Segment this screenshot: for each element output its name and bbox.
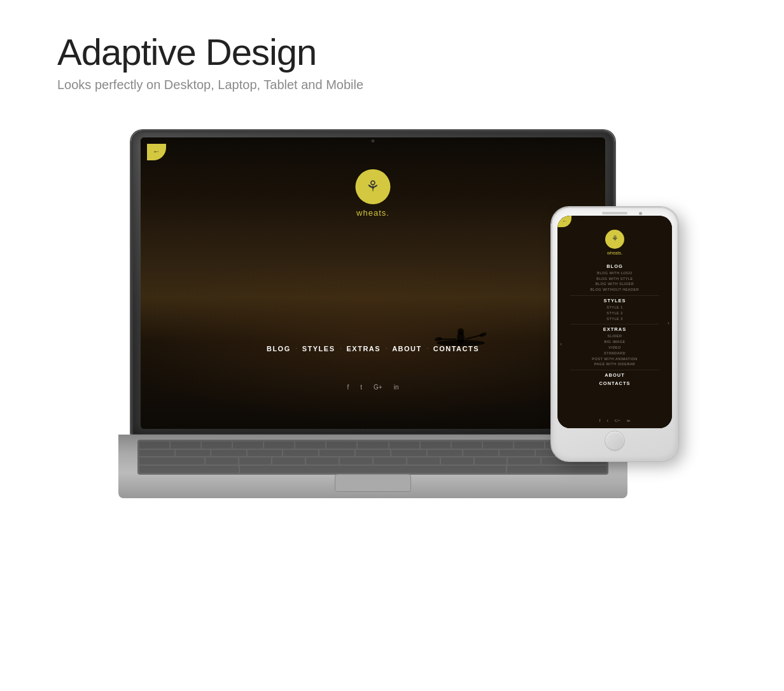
phone-linkedin-icon[interactable]: in <box>627 418 630 423</box>
laptop-back-arrow-icon: ← <box>153 147 160 157</box>
key <box>239 457 272 464</box>
nav-dot-2: · <box>340 346 342 351</box>
laptop-trackpad[interactable] <box>335 474 411 492</box>
phone-menu-styles: STYLES STYLE 1 STYLE 2 STYLE 3 <box>564 298 666 321</box>
divider-2 <box>570 324 659 325</box>
laptop-logo-circle: ⚘ <box>356 169 391 204</box>
key <box>233 442 263 449</box>
key <box>463 450 498 457</box>
key <box>452 442 482 449</box>
svg-point-5 <box>434 337 442 342</box>
key <box>319 450 354 457</box>
phone-menu-contacts: CONTACTS <box>564 380 666 386</box>
keyboard-row-2 <box>139 450 606 457</box>
key <box>139 442 169 449</box>
phone-facebook-icon[interactable]: f <box>599 418 601 423</box>
page-subtitle: Looks perfectly on Desktop, Laptop, Tabl… <box>57 78 784 92</box>
key <box>295 442 325 449</box>
key <box>508 457 540 464</box>
key <box>441 457 473 464</box>
googleplus-icon[interactable]: G+ <box>374 384 382 391</box>
key <box>211 450 246 457</box>
twitter-icon[interactable]: t <box>360 384 362 391</box>
key <box>139 457 204 464</box>
key <box>500 450 535 457</box>
laptop-nav-contacts[interactable]: CONTACTS <box>433 345 479 352</box>
laptop-nav-styles[interactable]: STYLES <box>302 345 335 352</box>
kayaker-silhouette <box>432 325 489 347</box>
phone-speaker <box>602 212 627 214</box>
phone-contacts-heading[interactable]: CONTACTS <box>564 380 666 386</box>
keyboard-row-1 <box>139 442 606 449</box>
phone-screen-area: ← ⚘ wheats. › ‹ <box>557 216 672 428</box>
laptop-logo-text: wheats. <box>356 208 389 218</box>
phone-back-arrow-icon: ← <box>562 218 567 224</box>
key <box>356 450 391 457</box>
phone-extras-items: SLIDER BIG IMAGE VIDEO STANDARD POST WIT… <box>564 333 666 367</box>
phone-menu: BLOG BLOG WITH LOGO BLOG WITH STYLE BLOG… <box>557 263 672 389</box>
key <box>206 457 238 464</box>
phone-body: ← ⚘ wheats. › ‹ <box>551 207 678 461</box>
key <box>306 457 339 464</box>
key <box>340 457 372 464</box>
heading-section: Adaptive Design Looks perfectly on Deskt… <box>0 32 784 92</box>
facebook-icon[interactable]: f <box>347 384 349 391</box>
laptop-nav: BLOG · STYLES · EXTRAS · ABOUT · CONTACT… <box>267 345 479 352</box>
key <box>139 450 174 457</box>
phone-logo-text: wheats. <box>607 251 622 255</box>
key <box>407 457 440 464</box>
laptop-camera-dot <box>372 139 375 143</box>
keyboard-row-4 <box>139 466 606 473</box>
phone-googleplus-icon[interactable]: G+ <box>615 418 620 423</box>
phone-back-button[interactable]: ← <box>557 216 571 227</box>
key <box>326 442 356 449</box>
key <box>248 450 283 457</box>
key <box>272 457 305 464</box>
phone-menu-blog: BLOG BLOG WITH LOGO BLOG WITH STYLE BLOG… <box>564 263 666 293</box>
key <box>374 457 406 464</box>
phone-menu-extras: EXTRAS SLIDER BIG IMAGE VIDEO STANDARD P… <box>564 326 666 367</box>
key <box>514 442 544 449</box>
key <box>483 442 513 449</box>
phone-home-button[interactable] <box>605 431 625 451</box>
phone-menu-about: ABOUT <box>564 372 666 378</box>
phone-extras-heading[interactable]: EXTRAS <box>564 326 666 332</box>
laptop-body: ← ⚘ wheats. BLOG · <box>131 130 615 436</box>
spacebar-key <box>240 466 505 473</box>
laptop-keyboard <box>137 440 608 475</box>
nav-dot-3: · <box>386 346 387 351</box>
phone-blog-items: BLOG WITH LOGO BLOG WITH STYLE BLOG WITH… <box>564 270 666 293</box>
key <box>358 442 388 449</box>
divider-1 <box>570 295 659 296</box>
laptop-social-icons: f t G+ in <box>347 384 399 391</box>
laptop-nav-about[interactable]: ABOUT <box>392 345 422 352</box>
laptop-nav-extras[interactable]: EXTRAS <box>347 345 381 352</box>
phone-social-icons: f t G+ in <box>599 418 631 423</box>
page-title: Adaptive Design <box>57 32 784 73</box>
laptop-nav-blog[interactable]: BLOG <box>267 345 291 352</box>
phone-styles-heading[interactable]: STYLES <box>564 298 666 304</box>
laptop-wheat-icon: ⚘ <box>366 178 380 195</box>
laptop-screen-bezel: ← ⚘ wheats. BLOG · <box>141 137 605 429</box>
key <box>421 442 451 449</box>
phone-nav-right-arrow[interactable]: › <box>668 318 669 325</box>
phone-device: ← ⚘ wheats. › ‹ <box>551 207 678 461</box>
key <box>391 450 426 457</box>
key <box>202 442 232 449</box>
phone-logo-circle: ⚘ <box>605 230 624 249</box>
key <box>171 442 200 449</box>
phone-nav-left-arrow[interactable]: ‹ <box>560 340 562 347</box>
svg-point-6 <box>479 332 487 338</box>
phone-screen: ← ⚘ wheats. › ‹ <box>557 216 672 428</box>
laptop-screen: ← ⚘ wheats. BLOG · <box>141 137 605 429</box>
laptop-logo: ⚘ wheats. <box>356 169 391 218</box>
svg-point-2 <box>458 328 464 335</box>
divider-3 <box>570 370 659 370</box>
key <box>475 457 507 464</box>
keyboard-row-3 <box>139 457 606 464</box>
phone-twitter-icon[interactable]: t <box>607 418 608 423</box>
linkedin-icon[interactable]: in <box>394 384 399 391</box>
phone-blog-heading[interactable]: BLOG <box>564 263 666 269</box>
key <box>507 466 606 473</box>
phone-about-heading[interactable]: ABOUT <box>564 372 666 378</box>
